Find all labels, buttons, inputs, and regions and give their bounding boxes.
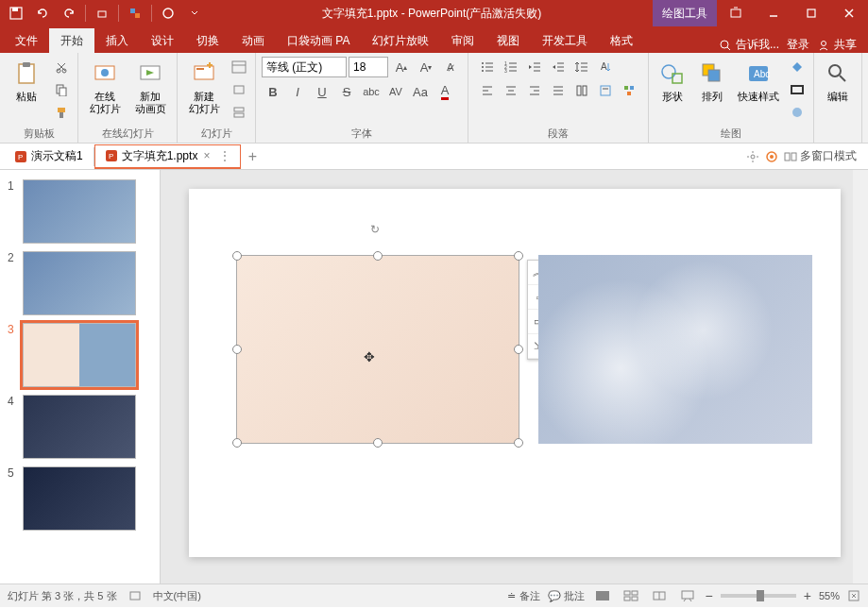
tell-me-search[interactable]: 告诉我... (719, 37, 779, 53)
char-spacing-button[interactable]: AV (384, 81, 407, 102)
line-spacing-button[interactable] (570, 57, 593, 77)
slide-canvas-area[interactable]: ↻ ✥ ︽ ▫ ▭ ⇲ (161, 170, 868, 584)
slide-thumb-4[interactable]: 4 (0, 391, 160, 463)
resize-handle-r[interactable] (514, 345, 523, 354)
layout-button[interactable] (229, 57, 249, 77)
resize-handle-tr[interactable] (514, 251, 523, 261)
shape-outline-button[interactable] (787, 79, 808, 100)
qat-more-1[interactable] (90, 2, 114, 25)
decrease-indent-button[interactable] (523, 57, 546, 77)
reading-view-button[interactable] (649, 587, 670, 604)
tab-transitions[interactable]: 切换 (185, 28, 230, 53)
justify-button[interactable] (547, 80, 570, 101)
increase-font-button[interactable]: A▴ (390, 57, 413, 77)
redo-button[interactable] (57, 2, 81, 25)
tab-menu[interactable]: ⋮ (215, 149, 230, 162)
tab-format[interactable]: 格式 (599, 28, 644, 53)
resize-handle-b[interactable] (373, 438, 383, 448)
resize-handle-bl[interactable] (232, 438, 242, 448)
increase-indent-button[interactable] (547, 57, 570, 77)
ribbon-display-options[interactable] (717, 0, 755, 26)
notes-button[interactable]: ≐ 备注 (507, 589, 539, 603)
tab-slideshow[interactable]: 幻灯片放映 (361, 28, 440, 53)
strikethrough-button[interactable]: S (335, 81, 358, 102)
tab-animations[interactable]: 动画 (230, 28, 276, 53)
tab-pocket-anim[interactable]: 口袋动画 PA (276, 28, 361, 53)
change-case-button[interactable]: Aa (409, 81, 432, 102)
zoom-slider[interactable] (721, 594, 796, 598)
reset-button[interactable] (229, 79, 249, 100)
numbering-button[interactable]: 123 (500, 57, 522, 77)
gear-icon[interactable] (765, 150, 778, 163)
resize-handle-l[interactable] (232, 345, 242, 354)
online-slide-button[interactable]: 在线 幻灯片 (84, 57, 126, 123)
italic-button[interactable]: I (286, 81, 309, 102)
cut-button[interactable] (51, 57, 72, 77)
tab-file[interactable]: 文件 (4, 28, 49, 53)
zoom-out-button[interactable]: − (706, 588, 713, 603)
shape-effects-button[interactable] (787, 102, 808, 123)
settings-icon[interactable] (746, 150, 759, 163)
shape-fill-button[interactable] (787, 57, 808, 77)
close-tab-button[interactable]: × (201, 149, 212, 162)
columns-button[interactable] (570, 80, 593, 101)
arrange-button[interactable]: 排列 (694, 57, 730, 123)
tab-design[interactable]: 设计 (140, 28, 185, 53)
minimize-button[interactable] (755, 0, 792, 26)
sorter-view-button[interactable] (621, 587, 641, 604)
selected-shape[interactable]: ↻ ✥ (236, 255, 519, 444)
save-button[interactable] (4, 2, 28, 25)
qat-color-picker[interactable] (123, 2, 147, 25)
resize-handle-t[interactable] (373, 251, 383, 261)
qat-circle[interactable] (156, 2, 180, 25)
multiwindow-toggle[interactable]: 多窗口模式 (784, 148, 857, 164)
copy-button[interactable] (51, 79, 72, 100)
slide-thumb-5[interactable]: 5 (0, 463, 160, 534)
font-size-select[interactable] (349, 57, 388, 77)
slide-thumb-1[interactable]: 1 (0, 176, 160, 247)
shadow-button[interactable]: abc (360, 81, 383, 102)
qat-dropdown[interactable] (182, 2, 207, 25)
undo-button[interactable] (30, 2, 55, 25)
shapes-button[interactable]: 形状 (655, 57, 690, 123)
zoom-level[interactable]: 55% (819, 590, 840, 601)
share-button[interactable]: 共享 (817, 37, 857, 53)
smartart-button[interactable] (618, 80, 640, 101)
rotate-handle[interactable]: ↻ (370, 223, 385, 238)
tab-review[interactable]: 审阅 (440, 28, 485, 53)
align-center-button[interactable] (500, 80, 522, 101)
maximize-button[interactable] (792, 0, 830, 26)
zoom-in-button[interactable]: + (804, 588, 811, 603)
signin-button[interactable]: 登录 (787, 37, 809, 53)
language-indicator[interactable]: 中文(中国) (153, 589, 201, 603)
resize-handle-tl[interactable] (232, 251, 242, 261)
font-color-button[interactable]: A (434, 81, 456, 102)
close-button[interactable] (830, 0, 868, 26)
align-left-button[interactable] (476, 80, 499, 101)
align-right-button[interactable] (523, 80, 546, 101)
quick-styles-button[interactable]: Abc 快速样式 (734, 57, 783, 123)
normal-view-button[interactable] (592, 587, 613, 604)
editing-button[interactable]: 编辑 (820, 57, 856, 123)
resize-handle-br[interactable] (514, 438, 523, 448)
doc-tab-1[interactable]: P 演示文稿1 (4, 144, 94, 169)
format-painter-button[interactable] (51, 102, 72, 123)
underline-button[interactable]: U (311, 81, 333, 102)
bullets-button[interactable] (476, 57, 499, 77)
tab-home[interactable]: 开始 (49, 28, 94, 53)
paste-button[interactable]: 粘贴 (6, 57, 47, 123)
slide-thumbnail-panel[interactable]: 1 2 3 4 5 (0, 170, 161, 584)
clear-format-button[interactable]: A̷ (439, 57, 462, 77)
section-button[interactable] (229, 102, 249, 123)
slide-counter[interactable]: 幻灯片 第 3 张，共 5 张 (8, 589, 117, 603)
spellcheck-icon[interactable] (128, 589, 142, 602)
vertical-scrollbar[interactable] (853, 170, 868, 584)
slide-canvas[interactable]: ↻ ✥ ︽ ▫ ▭ ⇲ (189, 189, 841, 557)
slideshow-view-button[interactable] (677, 587, 698, 604)
align-text-button[interactable] (594, 80, 617, 101)
slide-thumb-3[interactable]: 3 (0, 319, 160, 391)
add-tab-button[interactable]: + (241, 145, 264, 168)
new-slide-button[interactable]: 新建 幻灯片 (183, 57, 225, 123)
font-name-select[interactable] (262, 57, 347, 77)
new-anim-page-button[interactable]: 新加 动画页 (129, 57, 171, 123)
